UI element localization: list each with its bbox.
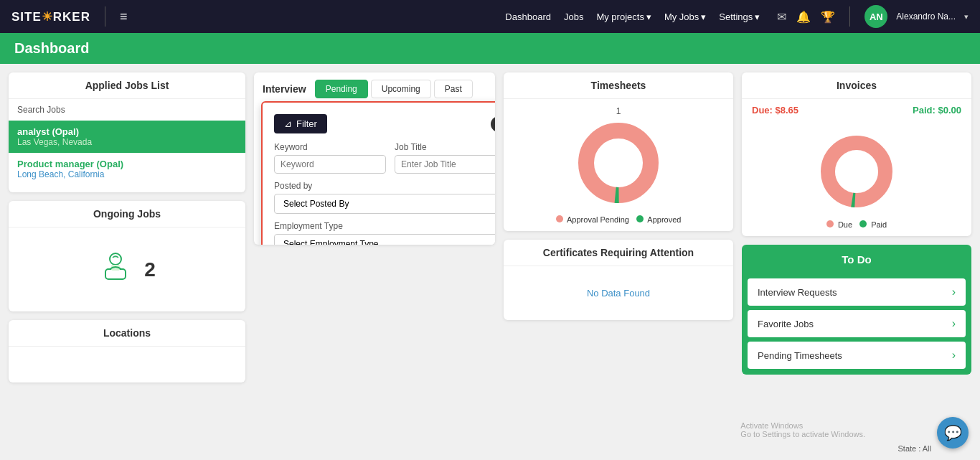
avatar[interactable]: AN (864, 5, 887, 28)
employment-type-label: Employment Type (274, 221, 495, 231)
filter-keyword-row: Keyword Job Title (274, 142, 495, 174)
timesheets-legend: Approval Pending Approved (556, 215, 682, 224)
right-column: Invoices Due: $8.65 Paid: $0.00 (742, 72, 971, 382)
hamburger-icon[interactable]: ≡ (120, 9, 128, 24)
donut-number: 1 (616, 106, 621, 116)
posted-by-select[interactable]: Select Posted By (274, 194, 495, 214)
todo-title: To Do (742, 245, 971, 274)
todo-favorite-label: Favorite Jobs (758, 319, 814, 329)
posted-by-group: Posted by Select Posted By (274, 181, 495, 214)
legend-paid: Paid (859, 220, 887, 229)
certificates-title: Certificates Requiring Attention (504, 240, 733, 266)
filter-popup: ⊿ Filter ✕ Keyword Job Title (261, 101, 495, 245)
locations-body (9, 347, 245, 382)
legend-approval-pending: Approval Pending (556, 215, 629, 224)
filter-icon: ⊿ (284, 118, 292, 129)
tab-upcoming[interactable]: Upcoming (371, 80, 431, 98)
approved-dot (636, 215, 644, 222)
due-dot (826, 220, 834, 227)
filter-button[interactable]: ⊿ Filter (274, 114, 327, 133)
topnav-icons: ✉ 🔔 🏆 (777, 10, 835, 24)
applied-jobs-title: Applied Jobs List (9, 72, 245, 99)
posted-by-label: Posted by (274, 181, 495, 191)
ongoing-body: 2 (9, 227, 245, 311)
todo-card: To Do Interview Requests › Favorite Jobs… (742, 245, 971, 375)
trophy-icon[interactable]: 🏆 (821, 10, 835, 24)
job-title-label: Job Title (395, 142, 495, 152)
page-header: Dashboard (0, 33, 980, 64)
nav-settings[interactable]: Settings ▾ (719, 11, 760, 22)
due-amount: Due: $8.65 (752, 105, 798, 116)
interview-column: Interview Pending Upcoming Past ⊿ Filter… (254, 72, 495, 382)
close-filter-button[interactable]: ✕ (491, 116, 495, 132)
interview-tabs: Interview Pending Upcoming Past (254, 72, 495, 98)
locations-title: Locations (9, 320, 245, 347)
tab-past[interactable]: Past (434, 80, 473, 98)
svg-point-5 (595, 140, 641, 186)
invoices-donut-chart (814, 128, 900, 215)
chevron-right-icon-2: › (952, 317, 956, 330)
filter-header: ⊿ Filter ✕ (274, 114, 495, 133)
timesheets-donut-wrap: 1 Approval Pending Approved (504, 99, 733, 231)
tab-pending[interactable]: Pending (315, 80, 368, 98)
worker-icon (98, 249, 133, 290)
username-chevron[interactable]: ▾ (964, 12, 969, 22)
page-title: Dashboard (14, 40, 89, 56)
keyword-input[interactable] (274, 155, 386, 174)
job-item-active[interactable]: analyst (Opal) Las Vegas, Nevada (9, 121, 245, 153)
logo-accent: ☀ (42, 10, 53, 24)
nav-my-jobs[interactable]: My Jobs ▾ (664, 11, 706, 22)
job-item-1[interactable]: Product manager (Opal) Long Beach, Calif… (9, 153, 245, 185)
certificates-body: No Data Found (504, 266, 733, 320)
bell-icon[interactable]: 🔔 (796, 10, 811, 24)
nav-my-projects[interactable]: My projects ▾ (596, 11, 651, 22)
job-name-1: Product manager (Opal) (17, 159, 237, 169)
keyword-label: Keyword (274, 142, 386, 152)
todo-interview-label: Interview Requests (758, 287, 837, 298)
interview-card: Interview Pending Upcoming Past ⊿ Filter… (254, 72, 495, 245)
svg-point-0 (110, 253, 121, 265)
legend-approved: Approved (636, 215, 682, 224)
nav-dashboard[interactable]: Dashboard (505, 11, 551, 22)
todo-item-interview[interactable]: Interview Requests › (748, 278, 966, 306)
filter-label: Filter (296, 118, 317, 129)
paid-amount: Paid: $0.00 (913, 105, 961, 116)
left-column: Applied Jobs List Search Jobs analyst (O… (9, 72, 245, 382)
timesheets-title: Timesheets (504, 72, 733, 99)
applied-jobs-card: Applied Jobs List Search Jobs analyst (O… (9, 72, 245, 192)
svg-rect-1 (105, 269, 126, 279)
job-title-input[interactable] (395, 155, 495, 174)
employment-type-select[interactable]: Select Employment Type (274, 234, 495, 245)
due-value: $8.65 (776, 105, 799, 116)
todo-item-favorite[interactable]: Favorite Jobs › (748, 310, 966, 337)
invoices-donut-wrap: Due Paid (742, 121, 971, 236)
chevron-right-icon: › (952, 286, 956, 299)
topnav: SITE☀RKER ≡ Dashboard Jobs My projects ▾… (0, 0, 980, 33)
todo-timesheets-label: Pending Timesheets (758, 350, 842, 361)
approval-pending-dot (556, 215, 563, 222)
invoices-title: Invoices (742, 72, 971, 99)
paid-dot (859, 220, 867, 227)
nav-jobs[interactable]: Jobs (564, 11, 583, 22)
invoices-legend: Due Paid (826, 220, 887, 229)
job-name-0: analyst (Opal) (17, 126, 237, 137)
job-title-group: Job Title (395, 142, 495, 174)
nav-divider (105, 6, 105, 27)
invoices-card: Invoices Due: $8.65 Paid: $0.00 (742, 72, 971, 236)
chevron-right-icon-3: › (952, 349, 956, 362)
main-content: Applied Jobs List Search Jobs analyst (O… (0, 64, 980, 391)
todo-item-timesheets[interactable]: Pending Timesheets › (748, 342, 966, 369)
mail-icon[interactable]: ✉ (777, 10, 786, 24)
username[interactable]: Alexandro Na... (896, 11, 956, 22)
no-data-message: No Data Found (504, 266, 733, 320)
invoices-header: Due: $8.65 Paid: $0.00 (742, 99, 971, 121)
middle-right-column: Timesheets 1 Approval Pending Approved (504, 72, 733, 382)
ongoing-count: 2 (144, 258, 156, 281)
employment-type-group: Employment Type Select Employment Type (274, 221, 495, 245)
timesheets-donut-chart (572, 116, 665, 210)
logo: SITE☀RKER (11, 9, 90, 24)
ongoing-jobs-title: Ongoing Jobs (9, 201, 245, 227)
svg-point-8 (837, 151, 877, 192)
timesheets-card: Timesheets 1 Approval Pending Approved (504, 72, 733, 231)
topnav-links: Dashboard Jobs My projects ▾ My Jobs ▾ S… (505, 11, 760, 22)
